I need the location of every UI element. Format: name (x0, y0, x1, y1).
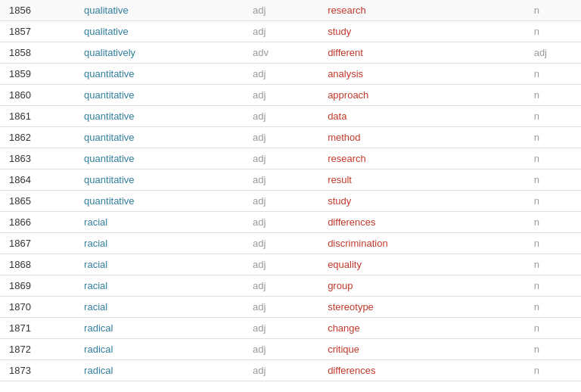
row-word: radical (75, 318, 244, 339)
table-row[interactable]: 1867 racial adj discrimination n (0, 233, 581, 254)
row-id: 1862 (0, 127, 75, 148)
row-word: radical (75, 339, 244, 360)
row-colloc: research (318, 148, 525, 170)
row-colloc: different (318, 42, 525, 64)
table-row[interactable]: 1871 radical adj change n (0, 318, 581, 339)
table-row[interactable]: 1866 racial adj differences n (0, 212, 581, 233)
row-pos: adj (244, 191, 318, 212)
row-colloc: method (318, 127, 525, 148)
row-pos: adj (244, 254, 318, 275)
row-pos: adj (244, 127, 318, 148)
table-row[interactable]: 1865 quantitative adj study n (0, 191, 581, 212)
collocation-table: 1856 qualitative adj research n 1857 qua… (0, 0, 581, 381)
row-colloc-pos: n (525, 297, 581, 318)
row-id: 1866 (0, 212, 75, 233)
table-row[interactable]: 1860 quantitative adj approach n (0, 85, 581, 106)
row-id: 1871 (0, 318, 75, 339)
table-row[interactable]: 1872 radical adj critique n (0, 339, 581, 360)
table-row[interactable]: 1863 quantitative adj research n (0, 148, 581, 170)
row-colloc: study (318, 191, 525, 212)
row-colloc-pos: n (525, 21, 581, 42)
row-colloc: equality (318, 254, 525, 275)
row-colloc-pos: n (525, 64, 581, 85)
table-row[interactable]: 1873 radical adj differences n (0, 360, 581, 381)
row-id: 1861 (0, 106, 75, 127)
row-word: quantitative (75, 148, 244, 170)
row-colloc: analysis (318, 64, 525, 85)
row-pos: adj (244, 170, 318, 191)
row-id: 1869 (0, 275, 75, 297)
row-colloc-pos: n (525, 0, 581, 21)
table-row[interactable]: 1856 qualitative adj research n (0, 0, 581, 21)
row-colloc: group (318, 275, 525, 297)
row-colloc-pos: n (525, 191, 581, 212)
row-pos: adj (244, 85, 318, 106)
row-colloc: differences (318, 360, 525, 381)
table-row[interactable]: 1858 qualitatively adv different adj (0, 42, 581, 64)
row-pos: adj (244, 339, 318, 360)
row-colloc: critique (318, 339, 525, 360)
row-word: qualitative (75, 0, 244, 21)
row-id: 1870 (0, 297, 75, 318)
row-id: 1863 (0, 148, 75, 170)
row-pos: adj (244, 106, 318, 127)
row-word: qualitatively (75, 42, 244, 64)
row-colloc-pos: n (525, 212, 581, 233)
row-pos: adj (244, 318, 318, 339)
row-word: radical (75, 360, 244, 381)
row-pos: adv (244, 42, 318, 64)
row-colloc: differences (318, 212, 525, 233)
row-colloc-pos: n (525, 339, 581, 360)
row-colloc: change (318, 318, 525, 339)
table-row[interactable]: 1857 qualitative adj study n (0, 21, 581, 42)
row-word: quantitative (75, 85, 244, 106)
row-pos: adj (244, 21, 318, 42)
row-word: quantitative (75, 64, 244, 85)
row-word: racial (75, 233, 244, 254)
row-word: racial (75, 297, 244, 318)
row-colloc-pos: n (525, 148, 581, 170)
row-pos: adj (244, 64, 318, 85)
row-id: 1856 (0, 0, 75, 21)
row-colloc: data (318, 106, 525, 127)
row-colloc: approach (318, 85, 525, 106)
row-word: quantitative (75, 127, 244, 148)
row-colloc-pos: n (525, 318, 581, 339)
row-pos: adj (244, 275, 318, 297)
row-pos: adj (244, 148, 318, 170)
row-colloc-pos: n (525, 106, 581, 127)
row-colloc: result (318, 170, 525, 191)
row-id: 1868 (0, 254, 75, 275)
table-row[interactable]: 1864 quantitative adj result n (0, 170, 581, 191)
row-pos: adj (244, 233, 318, 254)
row-colloc-pos: n (525, 170, 581, 191)
table-row[interactable]: 1870 racial adj stereotype n (0, 297, 581, 318)
row-word: qualitative (75, 21, 244, 42)
row-id: 1864 (0, 170, 75, 191)
row-colloc: study (318, 21, 525, 42)
table-row[interactable]: 1861 quantitative adj data n (0, 106, 581, 127)
row-id: 1857 (0, 21, 75, 42)
row-id: 1860 (0, 85, 75, 106)
row-pos: adj (244, 297, 318, 318)
row-pos: adj (244, 212, 318, 233)
row-word: quantitative (75, 191, 244, 212)
row-id: 1867 (0, 233, 75, 254)
row-colloc: discrimination (318, 233, 525, 254)
row-colloc-pos: adj (525, 42, 581, 64)
row-colloc-pos: n (525, 85, 581, 106)
row-id: 1865 (0, 191, 75, 212)
row-id: 1872 (0, 339, 75, 360)
row-colloc-pos: n (525, 275, 581, 297)
row-colloc: stereotype (318, 297, 525, 318)
table-row[interactable]: 1862 quantitative adj method n (0, 127, 581, 148)
row-word: quantitative (75, 106, 244, 127)
table-row[interactable]: 1869 racial adj group n (0, 275, 581, 297)
table-row[interactable]: 1859 quantitative adj analysis n (0, 64, 581, 85)
row-colloc-pos: n (525, 360, 581, 381)
row-word: racial (75, 254, 244, 275)
row-id: 1858 (0, 42, 75, 64)
main-table-container: 1856 qualitative adj research n 1857 qua… (0, 0, 581, 381)
row-id: 1859 (0, 64, 75, 85)
table-row[interactable]: 1868 racial adj equality n (0, 254, 581, 275)
